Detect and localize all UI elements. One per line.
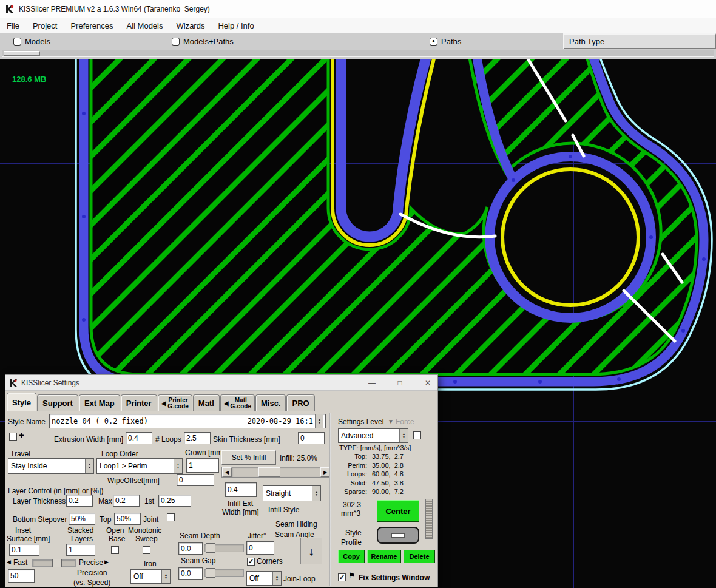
tab-matl[interactable]: Matl [193, 394, 220, 411]
extrusion-width-field[interactable]: 0.4 [126, 432, 152, 444]
infill-style-label: Infill Style [268, 505, 299, 514]
seam-depth-field[interactable]: 0.0 [178, 542, 203, 555]
add-style-icon[interactable]: + [19, 430, 24, 439]
force-dropdown-icon[interactable]: ▼ [388, 417, 394, 426]
infill-slider-track[interactable] [232, 467, 320, 477]
join-loop-spinner[interactable]: ▲▼ [272, 572, 281, 585]
menu-help-info[interactable]: Help / Info [211, 21, 260, 30]
tab-support[interactable]: Support [37, 394, 78, 411]
fix-settings-checkbox[interactable]: ✓ [338, 573, 346, 581]
travel-select[interactable]: Stay Inside ▲▼ [8, 458, 94, 474]
set-infill-button[interactable]: Set % Infill [221, 450, 276, 465]
tab-pro[interactable]: PRO [286, 394, 314, 411]
center-button[interactable]: Center [377, 500, 419, 522]
window-title: KISSlicer PREMIUM v2 a 1.6.3 Win64 (Tara… [19, 5, 210, 13]
settings-level-spinner[interactable]: ▲▼ [399, 429, 408, 442]
monotonic-sweep-label-1: Monotonic [128, 526, 161, 535]
window-titlebar[interactable]: KISSlicer PREMIUM v2 a 1.6.3 Win64 (Tara… [0, 0, 716, 18]
seam-gap-slider-thumb[interactable] [206, 568, 215, 578]
radio-models[interactable]: Models [13, 33, 50, 49]
panel-divider [329, 413, 331, 586]
corners-checkbox[interactable]: ✓ [247, 558, 255, 566]
first-layer-field[interactable]: 0.25 [158, 495, 191, 507]
loop-order-select[interactable]: Loop1 > Perim ▲▼ [96, 458, 183, 474]
infill-slider-left-arrow[interactable]: ◀ [222, 467, 232, 477]
path-type-dropdown[interactable]: Path Type [563, 33, 716, 49]
menu-all-models[interactable]: All Models [120, 21, 170, 30]
joint-checkbox[interactable] [167, 513, 175, 521]
minimize-button[interactable]: — [365, 377, 379, 389]
tab-ext-map[interactable]: Ext Map [79, 394, 120, 411]
layer-thickness-label: Layer Thickness [13, 497, 66, 505]
infill-style-spinner[interactable]: ▲▼ [312, 486, 320, 501]
seam-gap-slider[interactable] [204, 569, 244, 577]
settings-window-icon [9, 379, 18, 387]
precision-slider-thumb[interactable] [52, 559, 62, 567]
inset-surface-label-1: Inset [15, 526, 31, 535]
wipe-offset-field[interactable]: 0 [177, 474, 214, 486]
tab-matl-gcode[interactable]: ◀ MatlG-code [220, 394, 255, 411]
loop-order-spinner[interactable]: ▲▼ [174, 459, 182, 473]
iron-spinner[interactable]: ▲▼ [161, 570, 170, 583]
top-stepover-field[interactable]: 50% [114, 513, 141, 525]
style-name-spinner[interactable]: ▲▼ [315, 414, 323, 428]
inset-surface-label-2: Surface [mm] [7, 535, 50, 543]
precision-slider[interactable] [32, 559, 76, 567]
infill-ext-width-field[interactable]: 0.4 [225, 482, 257, 497]
maximize-button[interactable]: □ [393, 377, 407, 389]
inset-surface-field[interactable]: 0.1 [9, 544, 39, 556]
view-mode-bar: Models Models+Paths ● Paths Path Type [0, 33, 716, 49]
precision-field[interactable]: 50 [8, 569, 35, 583]
tab-printer-gcode[interactable]: ◀ PrinterG-code [158, 394, 192, 411]
infill-slider-right-arrow[interactable]: ▶ [320, 467, 330, 477]
extrusion-width-label: Extrusion Width [mm] [54, 435, 123, 444]
max-thickness-field[interactable]: 0.2 [113, 495, 140, 507]
menu-project[interactable]: Project [26, 21, 64, 30]
num-loops-field[interactable]: 2.5 [184, 432, 211, 444]
skin-thickness-field[interactable]: 0 [298, 432, 325, 444]
layer-slider-thumb[interactable] [4, 51, 40, 56]
tab-misc[interactable]: Misc. [255, 394, 286, 411]
menu-preferences[interactable]: Preferences [64, 21, 120, 30]
radio-models-paths[interactable]: Models+Paths [172, 33, 234, 49]
monotonic-sweep-checkbox[interactable] [143, 546, 150, 554]
flag-icon: ⚑ [348, 572, 356, 580]
fast-arrow-icon: ◀ [7, 559, 11, 566]
infill-slider-thumb[interactable] [258, 467, 280, 477]
menu-wizards[interactable]: Wizards [169, 21, 211, 30]
delete-button[interactable]: Delete [404, 550, 435, 563]
seam-gap-field[interactable]: 0.0 [178, 567, 203, 580]
menu-file[interactable]: File [0, 21, 26, 30]
infill-slider[interactable]: ◀ ▶ [221, 467, 331, 478]
layer-slider-track[interactable] [2, 50, 714, 57]
infill-style-select[interactable]: Straight ▲▼ [263, 485, 321, 501]
seam-depth-slider[interactable] [204, 544, 244, 552]
copy-button[interactable]: Copy [338, 550, 365, 563]
tab-printer[interactable]: Printer [121, 394, 157, 411]
settings-level-checkbox[interactable] [413, 431, 421, 439]
style-name-field[interactable]: nozzle 04 ( 0.2 fixed) 2020-08-29 16:1 ▲… [49, 414, 326, 428]
layer-slider[interactable] [0, 49, 716, 59]
open-base-checkbox[interactable] [111, 546, 119, 554]
max-label: Max [98, 497, 112, 505]
stacked-layers-field[interactable]: 1 [66, 544, 95, 556]
close-button[interactable]: ✕ [420, 377, 435, 389]
layer-thickness-field[interactable]: 0.2 [66, 495, 93, 507]
bottom-stepover-field[interactable]: 50% [69, 513, 95, 525]
rename-button[interactable]: Rename [367, 550, 401, 563]
settings-level-select[interactable]: Advanced ▲▼ [338, 428, 408, 443]
radio-paths-box: ● [430, 38, 437, 46]
crown-field[interactable]: 1 [186, 458, 219, 473]
jitter-field[interactable]: 0 [246, 541, 274, 555]
tab-style[interactable]: Style [7, 393, 36, 411]
style-select-checkbox[interactable] [9, 433, 17, 441]
travel-spinner[interactable]: ▲▼ [85, 459, 93, 473]
radio-paths[interactable]: ● Paths [430, 33, 461, 49]
iron-select[interactable]: Off ▲▼ [130, 569, 171, 584]
speed-table: Top:33.75, 2.7 Perim:35.00, 2.8 Loops:60… [339, 452, 404, 496]
bed-position-widget[interactable] [377, 527, 419, 544]
seam-depth-slider-thumb[interactable] [206, 543, 215, 553]
layer-control-label: Layer Control (in [mm] or [%]) [8, 487, 103, 495]
join-loop-select[interactable]: Off ▲▼ [246, 571, 282, 586]
seam-angle-dial[interactable]: ↓ [300, 538, 322, 564]
